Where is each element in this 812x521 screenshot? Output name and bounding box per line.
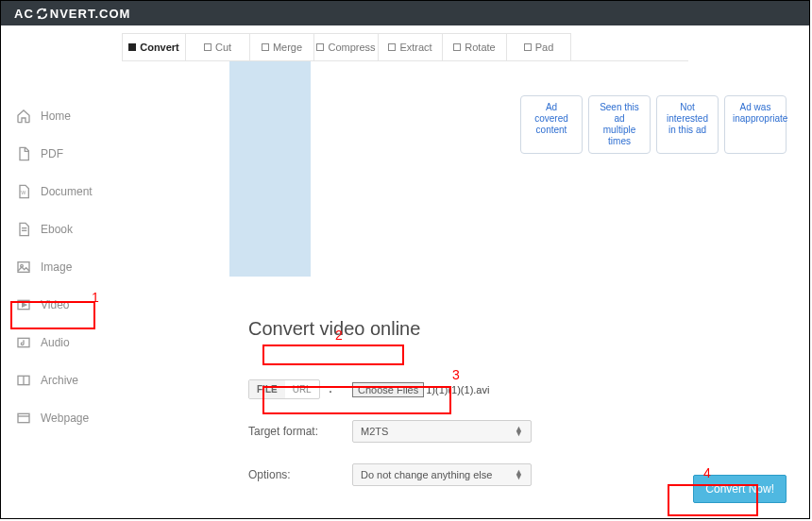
convert-now-button[interactable]: Convert Now! — [693, 475, 787, 503]
sidebar-item-label: Document — [41, 185, 93, 198]
square-icon — [316, 43, 324, 51]
choose-files-button[interactable]: Choose Files — [352, 382, 424, 397]
tab-extract[interactable]: Extract — [379, 33, 443, 60]
ad-feedback-buttons: Ad covered content Seen this ad multiple… — [520, 95, 787, 154]
brand-suffix: NVERT.COM — [50, 7, 131, 21]
page-title: Convert video online — [248, 318, 796, 340]
options-select[interactable]: Do not change anything else ▲▼ — [352, 463, 532, 486]
sidebar-item-label: Ebook — [41, 223, 73, 236]
square-icon — [128, 43, 136, 51]
select-arrows-icon: ▲▼ — [515, 427, 523, 437]
square-icon — [204, 43, 211, 51]
tab-convert[interactable]: Convert — [122, 33, 186, 60]
square-icon — [262, 43, 269, 51]
brand-prefix: AC — [14, 7, 34, 21]
square-icon — [453, 43, 461, 51]
video-icon — [16, 297, 31, 312]
chosen-filename: 1)(1)(1)(1).avi — [426, 384, 489, 395]
svg-text:W: W — [21, 190, 26, 195]
target-format-select[interactable]: M2TS ▲▼ — [352, 420, 532, 443]
sidebar-item-home[interactable]: Home — [1, 97, 107, 135]
topbar: AC NVERT.COM — [1, 1, 809, 25]
pdf-icon — [16, 146, 31, 161]
sidebar-item-label: Archive — [41, 374, 78, 387]
sidebar-item-video[interactable]: Video — [1, 286, 107, 324]
source-tab-url[interactable]: URL — [285, 380, 319, 398]
colon: : — [329, 382, 332, 395]
options-label: Options: — [248, 468, 352, 481]
source-mode-tabs: FILE URL — [248, 379, 320, 399]
sidebar-item-ebook[interactable]: Ebook — [1, 210, 107, 248]
document-icon: W — [16, 184, 31, 199]
refresh-icon — [36, 8, 48, 20]
source-row: FILE URL : Choose Files 1)(1)(1)(1).avi — [248, 379, 796, 399]
sidebar-item-image[interactable]: Image — [1, 248, 107, 286]
audio-icon — [16, 335, 31, 350]
source-tabs-wrap: FILE URL : — [248, 379, 352, 399]
square-icon — [388, 43, 396, 51]
tab-merge[interactable]: Merge — [250, 33, 314, 60]
sidebar-item-pdf[interactable]: PDF — [1, 135, 107, 173]
archive-icon — [16, 373, 31, 388]
svg-rect-3 — [18, 262, 29, 273]
sidebar-item-label: PDF — [41, 147, 63, 160]
ebook-icon — [16, 222, 31, 237]
tab-compress[interactable]: Compress — [314, 33, 379, 60]
brand-logo: AC NVERT.COM — [14, 7, 130, 21]
sidebar-item-archive[interactable]: Archive — [1, 361, 107, 399]
target-format-label: Target format: — [248, 425, 352, 438]
tab-bar: Convert Cut Merge Compress Extract Rotat… — [122, 33, 688, 61]
tab-rotate[interactable]: Rotate — [443, 33, 507, 60]
sidebar-item-label: Image — [41, 260, 72, 274]
ad-feedback-seen[interactable]: Seen this ad multiple times — [588, 95, 651, 154]
ad-feedback-covered[interactable]: Ad covered content — [520, 95, 583, 154]
sidebar-item-audio[interactable]: Audio — [1, 324, 107, 361]
home-icon — [16, 109, 31, 124]
tab-pad[interactable]: Pad — [507, 33, 571, 60]
target-row: Target format: M2TS ▲▼ — [248, 420, 796, 443]
sidebar-item-label: Audio — [41, 336, 70, 349]
square-icon — [524, 43, 532, 51]
sidebar-item-document[interactable]: W Document — [1, 173, 107, 210]
ad-region: Ad covered content Seen this ad multiple… — [229, 61, 787, 277]
image-icon — [16, 260, 31, 275]
main-area: Convert Cut Merge Compress Extract Rotat… — [107, 25, 809, 518]
webpage-icon — [16, 411, 31, 426]
sidebar-item-webpage[interactable]: Webpage — [1, 399, 107, 437]
sidebar: Home PDF W Document Ebook Image Video — [1, 25, 107, 518]
sidebar-item-label: Home — [41, 109, 71, 123]
source-tab-file[interactable]: FILE — [249, 380, 285, 398]
select-arrows-icon: ▲▼ — [515, 470, 523, 480]
target-format-value: M2TS — [361, 426, 388, 437]
tab-cut[interactable]: Cut — [186, 33, 250, 60]
sidebar-item-label: Webpage — [41, 412, 89, 425]
file-chooser: Choose Files 1)(1)(1)(1).avi — [352, 382, 489, 397]
svg-marker-6 — [23, 303, 26, 307]
svg-rect-10 — [18, 413, 29, 422]
ad-feedback-notinterested[interactable]: Not interested in this ad — [656, 95, 719, 154]
ad-placeholder — [229, 61, 311, 277]
ad-feedback-inappropriate[interactable]: Ad was inappropriate — [724, 95, 787, 154]
sidebar-item-label: Video — [41, 298, 69, 311]
options-value: Do not change anything else — [361, 469, 492, 480]
